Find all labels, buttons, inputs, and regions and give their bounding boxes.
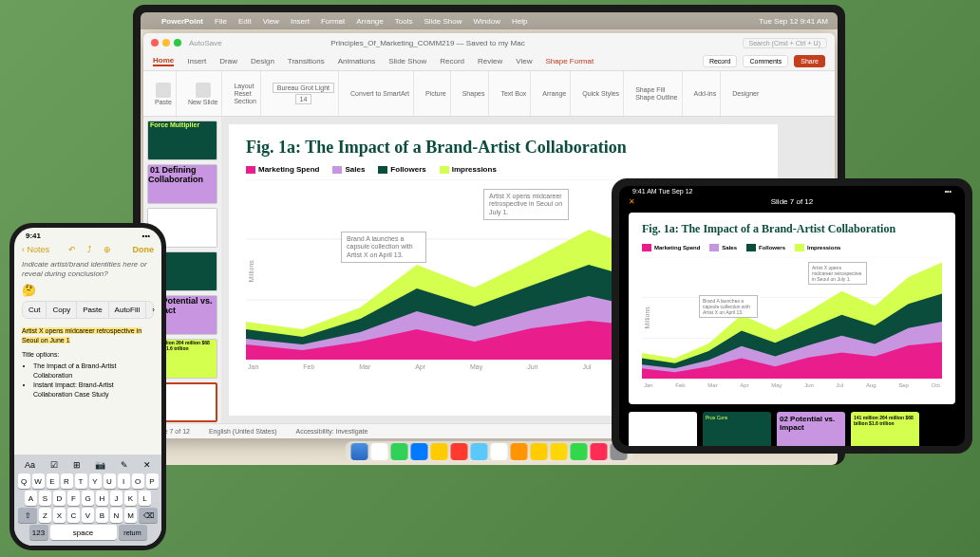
thumb-1[interactable]: Force Multiplier bbox=[147, 121, 217, 160]
ipad-slide-view[interactable]: Fig. 1a: The Impact of a Brand-Artist Co… bbox=[629, 213, 955, 404]
font-select[interactable]: Bureau Grot Light bbox=[273, 83, 334, 93]
convert-smartart[interactable]: Convert to SmartArt bbox=[350, 90, 409, 97]
menu-arrange[interactable]: Arrange bbox=[356, 17, 383, 26]
maximize-icon[interactable] bbox=[174, 39, 181, 46]
dock-notes-icon[interactable] bbox=[551, 443, 568, 460]
key-y[interactable]: Y bbox=[89, 473, 102, 489]
ipad-thumb-3[interactable]: 3 bbox=[629, 412, 697, 446]
reset-button[interactable]: Reset bbox=[234, 90, 251, 97]
shape-fill[interactable]: Shape Fill bbox=[635, 86, 665, 93]
dock-music-icon[interactable] bbox=[591, 443, 608, 460]
tab-slideshow[interactable]: Slide Show bbox=[388, 57, 426, 65]
autofill-button[interactable]: AutoFill bbox=[109, 302, 147, 318]
key-j[interactable]: J bbox=[110, 491, 122, 506]
shape-outline[interactable]: Shape Outline bbox=[635, 94, 677, 101]
dock-photos-icon[interactable] bbox=[451, 443, 468, 460]
autosave-toggle[interactable]: AutoSave bbox=[189, 39, 222, 47]
key-l[interactable]: L bbox=[139, 491, 151, 506]
dock-mail-icon[interactable] bbox=[411, 443, 428, 460]
tab-shape-format[interactable]: Shape Format bbox=[546, 57, 594, 65]
shapes-button[interactable]: Shapes bbox=[462, 90, 485, 97]
dock-messages-icon[interactable] bbox=[391, 443, 408, 460]
paste-button[interactable]: Paste bbox=[77, 302, 108, 318]
dock-maps-icon[interactable] bbox=[431, 443, 448, 460]
dock-tv-icon[interactable] bbox=[571, 443, 588, 460]
dock-reminders-icon[interactable] bbox=[531, 443, 548, 460]
key-o[interactable]: O bbox=[132, 473, 144, 489]
menu-format[interactable]: Format bbox=[321, 17, 345, 26]
menu-help[interactable]: Help bbox=[512, 17, 527, 26]
undo-icon[interactable]: ↶ bbox=[68, 245, 76, 254]
key-b[interactable]: B bbox=[96, 508, 108, 523]
key-k[interactable]: K bbox=[124, 491, 137, 506]
picture-button[interactable]: Picture bbox=[425, 90, 446, 97]
slide-title[interactable]: Fig. 1a: The Impact of a Brand-Artist Co… bbox=[246, 138, 761, 158]
copy-button[interactable]: Copy bbox=[47, 302, 77, 318]
key-i[interactable]: I bbox=[118, 473, 130, 489]
annotation-1[interactable]: Brand A launches a capsule collection wi… bbox=[341, 232, 426, 263]
tab-transitions[interactable]: Transitions bbox=[288, 57, 325, 65]
key-e[interactable]: E bbox=[47, 473, 59, 489]
record-button[interactable]: Record bbox=[703, 55, 738, 67]
dock-facetime-icon[interactable] bbox=[471, 443, 488, 460]
key-h[interactable]: H bbox=[96, 491, 108, 506]
menu-tools[interactable]: Tools bbox=[395, 17, 413, 26]
quick-styles[interactable]: Quick Styles bbox=[582, 90, 619, 97]
search-input[interactable]: Search (Cmd + Ctrl + U) bbox=[743, 38, 827, 48]
ipad-thumb-5[interactable]: 02 Potential vs. Impact5 bbox=[777, 412, 845, 446]
pencil-icon[interactable]: ✎ bbox=[121, 460, 128, 470]
key-z[interactable]: Z bbox=[39, 508, 51, 523]
key-w[interactable]: W bbox=[32, 473, 45, 489]
tab-animations[interactable]: Animations bbox=[338, 57, 376, 65]
share-button[interactable]: Share bbox=[794, 55, 825, 67]
cut-button[interactable]: Cut bbox=[23, 302, 47, 318]
menu-view[interactable]: View bbox=[263, 17, 279, 26]
return-key[interactable]: return bbox=[119, 525, 147, 540]
done-button[interactable]: Done bbox=[133, 245, 155, 254]
tab-home[interactable]: Home bbox=[153, 56, 174, 66]
close-icon[interactable] bbox=[151, 39, 159, 46]
layout-button[interactable]: Layout bbox=[234, 83, 254, 89]
space-key[interactable]: space bbox=[50, 525, 117, 540]
key-a[interactable]: A bbox=[25, 491, 37, 506]
checklist-icon[interactable]: ☑ bbox=[50, 460, 58, 470]
notes-body[interactable]: Artist X opens midcareer retrospective i… bbox=[14, 323, 161, 403]
back-button[interactable]: ‹ Notes bbox=[22, 245, 49, 254]
tab-record[interactable]: Record bbox=[440, 57, 464, 65]
key-q[interactable]: Q bbox=[18, 473, 30, 489]
clock[interactable]: Tue Sep 12 9:41 AM bbox=[759, 17, 828, 26]
language[interactable]: English (United States) bbox=[209, 428, 277, 435]
table-icon[interactable]: ⊞ bbox=[73, 460, 81, 470]
share-icon[interactable]: ⤴ bbox=[87, 245, 92, 254]
dock-contacts-icon[interactable] bbox=[511, 443, 528, 460]
key-x[interactable]: X bbox=[53, 508, 66, 523]
tab-view[interactable]: View bbox=[516, 57, 532, 65]
tab-insert[interactable]: Insert bbox=[187, 57, 206, 65]
key-m[interactable]: M bbox=[124, 508, 137, 523]
new-slide-icon[interactable] bbox=[196, 83, 211, 98]
app-name[interactable]: PowerPoint bbox=[161, 17, 203, 26]
ipad-thumb-4[interactable]: Pros Cons4 bbox=[703, 412, 771, 446]
dock-finder-icon[interactable] bbox=[351, 443, 368, 460]
key-v[interactable]: V bbox=[82, 508, 94, 523]
tab-review[interactable]: Review bbox=[478, 57, 502, 65]
annotation-2[interactable]: Artist X opens midcareer retrospective i… bbox=[483, 189, 569, 220]
ipad-close-button[interactable]: ✕ bbox=[629, 197, 635, 206]
close-kb-icon[interactable]: ✕ bbox=[143, 460, 151, 470]
notes-prompt[interactable]: Indicate artist/brand identities here or… bbox=[14, 256, 161, 284]
menu-edit[interactable]: Edit bbox=[238, 17, 252, 26]
key-t[interactable]: T bbox=[75, 473, 87, 489]
menu-file[interactable]: File bbox=[215, 17, 227, 26]
dock-calendar-icon[interactable] bbox=[491, 443, 508, 460]
key-p[interactable]: P bbox=[146, 473, 159, 489]
key-u[interactable]: U bbox=[104, 473, 116, 489]
key-s[interactable]: S bbox=[39, 491, 51, 506]
tab-draw[interactable]: Draw bbox=[219, 57, 237, 65]
textbox-button[interactable]: Text Box bbox=[500, 90, 526, 97]
tab-design[interactable]: Design bbox=[251, 57, 274, 65]
key-r[interactable]: R bbox=[61, 473, 73, 489]
menu-insert[interactable]: Insert bbox=[291, 17, 310, 26]
menu-slideshow[interactable]: Slide Show bbox=[424, 17, 462, 26]
section-button[interactable]: Section bbox=[234, 98, 255, 104]
arrange-button[interactable]: Arrange bbox=[542, 90, 566, 97]
